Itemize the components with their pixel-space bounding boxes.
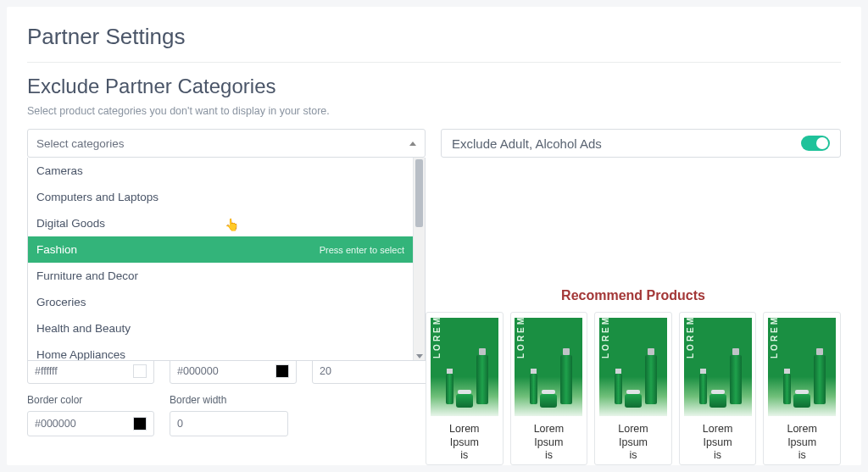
- product-card[interactable]: Lorem Ipsum is: [426, 312, 504, 465]
- product-image: [599, 318, 667, 416]
- category-option-digital-goods[interactable]: Digital Goods: [28, 210, 413, 236]
- product-image: [684, 318, 752, 416]
- border-color-input[interactable]: #000000: [27, 411, 154, 436]
- chevron-up-icon: [409, 142, 416, 146]
- product-name-line: Ipsum: [767, 436, 837, 450]
- category-option-fashion[interactable]: Fashion Press enter to select: [28, 236, 413, 263]
- product-name-line: is: [430, 449, 499, 463]
- jar-icon: [625, 394, 642, 408]
- bottle-large-icon: [730, 355, 742, 404]
- product-card[interactable]: Lorem Ipsum is: [763, 312, 841, 465]
- jar-icon: [540, 394, 557, 408]
- product-name-line: Lorem: [515, 423, 584, 436]
- bottle-large-icon: [814, 355, 826, 404]
- category-dropdown-list: Cameras Computers and Laptops Digital Go…: [28, 158, 413, 360]
- category-option-health-beauty[interactable]: Health and Beauty: [28, 315, 413, 342]
- text-color-swatch[interactable]: [275, 364, 289, 378]
- product-name-line: is: [515, 449, 584, 463]
- border-color-swatch[interactable]: [133, 417, 147, 430]
- product-image: [515, 318, 582, 416]
- border-color-value: #000000: [35, 418, 76, 430]
- select-hint: Press enter to select: [320, 245, 404, 255]
- product-name: Lorem Ipsum is: [598, 423, 668, 463]
- product-name: Lorem Ipsum is: [430, 423, 499, 463]
- product-card[interactable]: Lorem Ipsum is: [594, 312, 672, 465]
- bottle-large-icon: [476, 355, 488, 404]
- border-color-label: Border color: [27, 394, 154, 406]
- number-input[interactable]: 20: [312, 358, 431, 384]
- product-name-line: Lorem: [767, 423, 837, 436]
- toggle-column: Exclude Adult, Alcohol Ads: [441, 129, 841, 158]
- bottle-small-icon: [530, 374, 537, 404]
- product-name-line: Ipsum: [598, 436, 668, 450]
- border-width-value: 0: [177, 418, 183, 430]
- product-card[interactable]: Lorem Ipsum is: [679, 312, 757, 465]
- settings-row: Select categories Cameras Computers and …: [27, 129, 841, 158]
- bottle-large-icon: [560, 355, 572, 404]
- category-select[interactable]: Select categories: [27, 129, 426, 158]
- border-width-label: Border width: [170, 394, 288, 406]
- product-image: [431, 318, 498, 416]
- dropdown-scrollbar[interactable]: [413, 158, 425, 360]
- bottle-small-icon: [783, 374, 791, 404]
- exclude-adult-toggle[interactable]: [801, 136, 830, 151]
- product-grid: Lorem Ipsum is Lorem Ipsum is: [426, 312, 841, 465]
- category-option-label: Health and Beauty: [36, 322, 131, 335]
- category-option-groceries[interactable]: Groceries: [28, 289, 413, 315]
- category-option-label: Fashion: [36, 243, 77, 256]
- bottle-small-icon: [615, 374, 622, 404]
- scrollbar-thumb[interactable]: [415, 159, 423, 227]
- product-name-line: Ipsum: [430, 436, 499, 450]
- category-option-home-appliances[interactable]: Home Appliances: [28, 342, 413, 360]
- style-form: #ffffff #000000 20 Border color #000000 …: [27, 358, 434, 436]
- category-option-label: Furniture and Decor: [36, 269, 138, 282]
- product-name-line: Ipsum: [515, 436, 584, 450]
- product-name-line: Lorem: [683, 423, 753, 436]
- exclude-categories-title: Exclude Partner Categories: [27, 75, 841, 98]
- category-option-cameras[interactable]: Cameras: [28, 158, 413, 184]
- category-option-label: Digital Goods: [36, 217, 105, 230]
- product-name-line: Ipsum: [683, 436, 753, 450]
- category-option-label: Home Appliances: [36, 348, 125, 360]
- page-title: Partner Settings: [27, 24, 841, 63]
- border-width-input[interactable]: 0: [170, 411, 288, 436]
- text-color-input[interactable]: #000000: [170, 358, 297, 384]
- exclude-categories-desc: Select product categories you don't want…: [27, 105, 841, 117]
- category-dropdown: Cameras Computers and Laptops Digital Go…: [27, 158, 426, 361]
- category-option-furniture[interactable]: Furniture and Decor: [28, 263, 413, 289]
- bg-color-input[interactable]: #ffffff: [27, 358, 154, 384]
- chevron-down-icon: [416, 354, 423, 358]
- number-input-value: 20: [320, 365, 331, 377]
- exclude-adult-label: Exclude Adult, Alcohol Ads: [452, 136, 602, 151]
- category-option-computers[interactable]: Computers and Laptops: [28, 184, 413, 210]
- bottle-large-icon: [645, 355, 657, 404]
- product-name: Lorem Ipsum is: [683, 423, 753, 463]
- product-name-line: is: [767, 449, 837, 463]
- product-name-line: Lorem: [598, 423, 668, 436]
- product-card[interactable]: Lorem Ipsum is: [510, 312, 588, 465]
- category-select-column: Select categories Cameras Computers and …: [27, 129, 426, 158]
- jar-icon: [709, 394, 726, 408]
- product-name-line: Lorem: [430, 423, 499, 436]
- category-option-label: Computers and Laptops: [36, 191, 159, 203]
- product-image: [768, 318, 836, 416]
- jar-icon: [793, 394, 810, 408]
- bg-color-swatch[interactable]: [133, 364, 147, 378]
- product-name: Lorem Ipsum is: [515, 423, 584, 463]
- category-option-label: Cameras: [36, 164, 83, 177]
- jar-icon: [456, 394, 473, 408]
- product-name-line: is: [598, 449, 668, 463]
- settings-card: Partner Settings Exclude Partner Categor…: [7, 7, 861, 465]
- exclude-adult-toggle-row: Exclude Adult, Alcohol Ads: [441, 129, 841, 158]
- category-select-placeholder: Select categories: [36, 137, 125, 150]
- category-option-label: Groceries: [36, 296, 86, 308]
- bottle-small-icon: [446, 374, 453, 404]
- preview-title: Recommend Products: [426, 288, 841, 303]
- text-color-value: #000000: [177, 365, 219, 377]
- bg-color-value: #ffffff: [35, 365, 58, 377]
- product-name-line: is: [683, 449, 753, 463]
- product-name: Lorem Ipsum is: [767, 423, 837, 463]
- preview-panel: Recommend Products Lorem Ipsum is: [426, 288, 841, 465]
- bottle-small-icon: [699, 374, 707, 404]
